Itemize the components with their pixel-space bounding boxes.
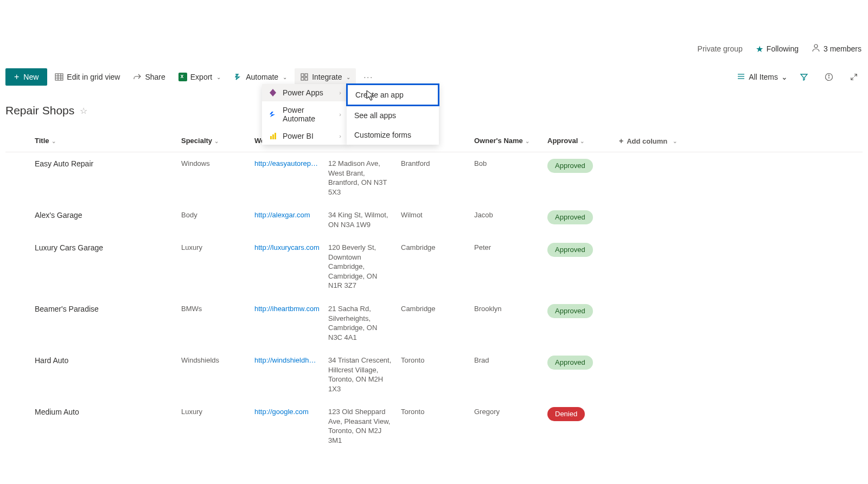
- submenu-create-app[interactable]: Create an app: [346, 83, 439, 106]
- approval-pill: Approved: [547, 159, 593, 173]
- website-link[interactable]: http://alexgar.com: [254, 210, 320, 220]
- column-specialty[interactable]: Specialty⌄: [177, 130, 250, 152]
- plus-icon: +: [619, 137, 623, 145]
- new-button[interactable]: + New: [5, 68, 47, 86]
- cell-specialty: Windows: [177, 152, 250, 204]
- table-row[interactable]: Beamer's ParadiseBMWshttp://iheartbmw.co…: [5, 298, 863, 349]
- following-toggle[interactable]: ★ Following: [756, 44, 799, 54]
- website-link[interactable]: http://iheartbmw.com: [254, 304, 320, 314]
- website-link[interactable]: http://windshieldharda...: [254, 356, 320, 365]
- cell-empty: [615, 349, 863, 401]
- table-row[interactable]: Easy Auto RepairWindowshttp://easyautore…: [5, 152, 863, 204]
- cell-address: 12 Madison Ave, West Brant, Brantford, O…: [324, 152, 397, 204]
- submenu-see-all-apps[interactable]: See all apps: [347, 106, 439, 125]
- cell-title: Medium Auto: [30, 401, 177, 452]
- share-button[interactable]: Share: [127, 68, 170, 86]
- approval-pill: Approved: [547, 243, 593, 257]
- approval-pill: Approved: [547, 304, 593, 318]
- expand-button[interactable]: [845, 68, 863, 86]
- row-select-cell[interactable]: [5, 236, 30, 298]
- submenu-customize-forms[interactable]: Customize forms: [347, 125, 439, 145]
- cell-owner: Brad: [470, 349, 543, 401]
- column-approval[interactable]: Approval⌄: [543, 130, 615, 152]
- list-table: Title⌄ Specialty⌄ Website⌄ Address⌄ City…: [5, 130, 863, 453]
- cell-title: Luxury Cars Garage: [30, 236, 177, 298]
- cell-owner: Jacob: [470, 204, 543, 236]
- table-row[interactable]: Alex's GarageBodyhttp://alexgar.com34 Ki…: [5, 204, 863, 236]
- cell-empty: [615, 236, 863, 298]
- cell-empty: [615, 204, 863, 236]
- more-horizontal-icon: ···: [363, 73, 373, 81]
- filter-icon: [800, 73, 808, 81]
- column-owner[interactable]: Owner's Name⌄: [470, 130, 543, 152]
- edit-grid-button[interactable]: Edit in grid view: [49, 68, 125, 86]
- chevron-right-icon: ›: [339, 111, 341, 118]
- cell-website: http://luxurycars.com: [250, 236, 324, 298]
- view-selector[interactable]: All Items ⌄: [737, 72, 788, 82]
- chevron-down-icon: ⌄: [525, 138, 529, 144]
- cell-specialty: Luxury: [177, 236, 250, 298]
- cell-approval: Approved: [543, 298, 615, 349]
- new-label: New: [23, 73, 39, 81]
- cell-approval: Approved: [543, 204, 615, 236]
- menu-label: Power BI: [283, 132, 314, 140]
- list-title: Repair Shops: [5, 104, 74, 117]
- website-link[interactable]: http://google.com: [254, 407, 320, 417]
- expand-icon: [850, 73, 858, 81]
- favorite-star-button[interactable]: ☆: [80, 106, 87, 116]
- chevron-down-icon: ⌄: [781, 73, 788, 81]
- share-icon: [133, 73, 142, 81]
- approval-pill: Denied: [547, 407, 585, 421]
- svg-rect-1: [55, 74, 63, 80]
- table-row[interactable]: Medium AutoLuxuryhttp://google.com123 Ol…: [5, 401, 863, 452]
- cell-title: Beamer's Paradise: [30, 298, 177, 349]
- column-add[interactable]: +Add column⌄: [615, 130, 863, 152]
- following-label: Following: [767, 44, 799, 53]
- members-count-label: 3 members: [824, 44, 861, 53]
- row-select-cell[interactable]: [5, 152, 30, 204]
- automate-button[interactable]: Automate ⌄: [228, 68, 292, 86]
- submenu-label: Customize forms: [354, 131, 411, 139]
- row-select-cell[interactable]: [5, 349, 30, 401]
- cell-address: 123 Old Sheppard Ave, Pleasant View, Tor…: [324, 401, 397, 452]
- svg-rect-16: [270, 136, 272, 139]
- menu-item-power-automate[interactable]: Power Automate ›: [262, 101, 348, 127]
- table-row[interactable]: Luxury Cars GarageLuxuryhttp://luxurycar…: [5, 236, 863, 298]
- export-button[interactable]: Export ⌄: [173, 68, 226, 86]
- cell-address: 34 Tristan Crescent, Hillcrest Village, …: [324, 349, 397, 401]
- table-row[interactable]: Hard AutoWindshieldshttp://windshieldhar…: [5, 349, 863, 401]
- group-type-label: Private group: [698, 44, 743, 53]
- row-select-cell[interactable]: [5, 204, 30, 236]
- website-link[interactable]: http://easyautorepair.c...: [254, 159, 320, 169]
- list-title-area: Repair Shops ☆: [5, 104, 87, 117]
- info-button[interactable]: [820, 68, 838, 86]
- members-link[interactable]: 3 members: [812, 43, 861, 54]
- svg-rect-6: [301, 74, 304, 76]
- row-select-cell[interactable]: [5, 298, 30, 349]
- menu-item-power-apps[interactable]: Power Apps ›: [262, 84, 348, 101]
- row-select-cell[interactable]: [5, 401, 30, 452]
- menu-item-power-bi[interactable]: Power BI ›: [262, 127, 348, 145]
- cell-website: http://easyautorepair.c...: [250, 152, 324, 204]
- chevron-down-icon: ⌄: [346, 74, 350, 80]
- website-link[interactable]: http://luxurycars.com: [254, 243, 320, 253]
- column-title[interactable]: Title⌄: [30, 130, 177, 152]
- approval-pill: Approved: [547, 210, 593, 224]
- cell-approval: Approved: [543, 349, 615, 401]
- chevron-down-icon: ⌄: [283, 74, 287, 80]
- excel-icon: [178, 73, 187, 81]
- cell-title: Hard Auto: [30, 349, 177, 401]
- flow-icon: [234, 73, 242, 81]
- filter-button[interactable]: [795, 68, 813, 86]
- cell-city: Brantford: [397, 152, 470, 204]
- power-apps-icon: [269, 88, 277, 97]
- chevron-right-icon: ›: [339, 133, 341, 139]
- submenu-label: Create an app: [355, 91, 404, 99]
- power-apps-submenu: Create an app See all apps Customize for…: [347, 84, 439, 145]
- menu-label: Power Automate: [283, 106, 334, 123]
- integrate-label: Integrate: [312, 73, 342, 81]
- column-select[interactable]: [5, 130, 30, 152]
- view-name-label: All Items: [749, 73, 778, 81]
- site-info-bar: Private group ★ Following 3 members: [698, 43, 861, 54]
- cell-address: 34 King St, Wilmot, ON N3A 1W9: [324, 204, 397, 236]
